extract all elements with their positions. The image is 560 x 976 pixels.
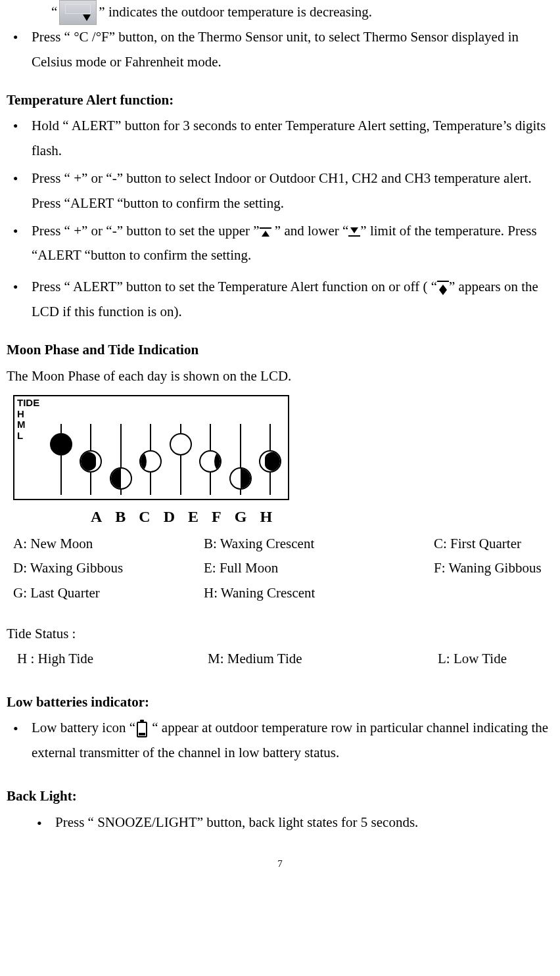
moon-desc: The Moon Phase of each day is shown on t… (7, 364, 553, 389)
moon-tide-diagram: TIDE H M L (13, 395, 289, 500)
moon-heading: Moon Phase and Tide Indication (7, 338, 553, 363)
temp-alert-heading: Temperature Alert function: (7, 88, 553, 113)
bullet-alert-select: Press “ +” or “-” button to select Indoo… (13, 166, 553, 216)
low-battery-heading: Low batteries indicator: (7, 690, 553, 715)
moon-h-icon (259, 450, 281, 473)
low-battery-bullets: Low battery icon “ “ appear at outdoor t… (7, 716, 553, 766)
moons-row (47, 424, 284, 495)
legend-g: G: Last Quarter (13, 581, 204, 606)
legend-h: H: Waning Crescent (204, 581, 434, 606)
bullet-low-battery: Low battery icon “ “ appear at outdoor t… (13, 716, 553, 766)
moon-g-icon (229, 467, 252, 490)
legend-c: C: First Quarter (434, 532, 521, 557)
quote-close-plus-text: ” indicates the outdoor temperature is d… (99, 0, 372, 25)
legend-e: E: Full Moon (204, 556, 434, 581)
lower-limit-icon (348, 227, 360, 237)
moon-e-icon (170, 433, 192, 455)
quote-open: “ (51, 0, 57, 25)
arrow-down-box-icon (59, 0, 97, 25)
bullet-cf-button: Press “ °C /°F” button, on the Thermo Se… (13, 25, 553, 75)
moon-b-icon (80, 450, 102, 473)
legend-a: A: New Moon (13, 532, 204, 557)
tide-m: M: Medium Tide (208, 647, 438, 672)
moon-letters: ABCDEFGH (91, 503, 553, 531)
tide-scale-label: TIDE H M L (17, 398, 39, 441)
moon-a-icon (50, 433, 72, 455)
moon-c-icon (110, 467, 132, 490)
moon-d-icon (139, 450, 162, 473)
moon-legend-row2: D: Waxing Gibbous E: Full Moon F: Waning… (7, 556, 553, 581)
moon-legend-row1: A: New Moon B: Waxing Crescent C: First … (7, 532, 553, 557)
bullet-backlight: Press “ SNOOZE/LIGHT” button, back light… (37, 810, 553, 835)
bullet-alert-hold: Hold “ ALERT” button for 3 seconds to en… (13, 114, 553, 164)
tide-h: H : High Tide (17, 647, 208, 672)
moon-f-icon (199, 450, 222, 473)
bullet-alert-limits: Press “ +” or “-” button to set the uppe… (13, 219, 553, 269)
temp-alert-bullets: Hold “ ALERT” button for 3 seconds to en… (7, 114, 553, 324)
upper-limit-icon (260, 227, 271, 237)
alert-icon (437, 281, 449, 295)
legend-b: B: Waxing Crescent (204, 532, 434, 557)
page-number: 7 (7, 855, 553, 873)
moon-legend-row3: G: Last Quarter H: Waning Crescent (7, 581, 553, 606)
tide-status-heading: Tide Status : (7, 622, 553, 647)
intro-bullets: Press “ °C /°F” button, on the Thermo Se… (7, 25, 553, 75)
tide-status-row: H : High Tide M: Medium Tide L: Low Tide (7, 647, 553, 672)
tide-l: L: Low Tide (438, 647, 507, 672)
legend-d: D: Waxing Gibbous (13, 556, 204, 581)
low-battery-icon (137, 722, 147, 737)
legend-f: F: Waning Gibbous (434, 556, 542, 581)
backlight-bullets: Press “ SNOOZE/LIGHT” button, back light… (7, 810, 553, 835)
arrow-decreasing-line: “ ” indicates the outdoor temperature is… (7, 0, 553, 25)
backlight-heading: Back Light: (7, 784, 553, 809)
bullet-alert-onoff: Press “ ALERT” button to set the Tempera… (13, 275, 553, 325)
